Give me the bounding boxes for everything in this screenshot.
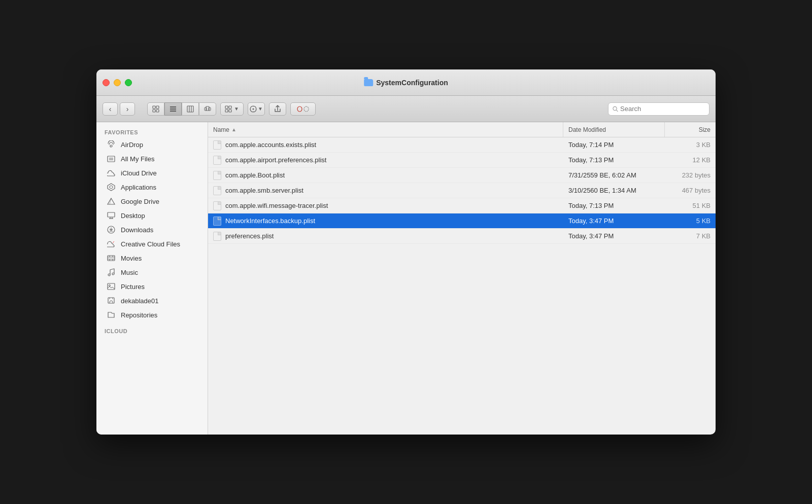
svg-rect-1 (156, 106, 159, 109)
tag-button[interactable] (290, 102, 316, 116)
maximize-button[interactable] (125, 79, 132, 86)
sidebar-item-downloads[interactable]: Downloads (98, 223, 206, 237)
creative-cloud-icon (107, 239, 116, 248)
svg-point-49 (108, 274, 110, 276)
pictures-icon (107, 282, 116, 291)
date-column-header[interactable]: Date Modified (563, 122, 665, 137)
google-drive-label: Google Drive (121, 198, 159, 205)
applications-label: Applications (121, 184, 156, 191)
search-input[interactable] (620, 105, 705, 113)
creative-cloud-label: Creative Cloud Files (121, 240, 180, 248)
sidebar-item-all-my-files[interactable]: All My Files (98, 152, 206, 166)
file-name: com.apple.wifi.message-tracer.plist (225, 202, 328, 209)
table-row[interactable]: com.apple.smb.server.plist3/10/2560 BE, … (208, 183, 716, 198)
svg-marker-32 (110, 186, 113, 189)
traffic-lights (103, 79, 132, 86)
sidebar-item-creative-cloud[interactable]: Creative Cloud Files (98, 237, 206, 251)
coverflow-view-button[interactable] (199, 102, 216, 116)
pictures-label: Pictures (121, 283, 145, 291)
svg-rect-24 (304, 106, 309, 112)
applications-icon (107, 183, 116, 192)
svg-marker-31 (108, 184, 115, 191)
minimize-button[interactable] (114, 79, 121, 86)
svg-line-41 (113, 241, 114, 243)
table-row[interactable]: preferences.plistToday, 3:47 PM7 KB (208, 229, 716, 244)
icloud-drive-label: iCloud Drive (121, 169, 157, 177)
file-date: Today, 7:13 PM (563, 153, 665, 167)
file-date: Today, 7:13 PM (563, 198, 665, 213)
content-area: Favorites AirDrop (96, 122, 716, 435)
desktop-icon (107, 211, 116, 220)
action-button[interactable]: ▼ (248, 102, 265, 116)
file-date: Today, 3:47 PM (563, 229, 665, 243)
sidebar-item-music[interactable]: Music (98, 265, 206, 279)
file-rows-container: com.apple.accounts.exists.plistToday, 7:… (208, 137, 716, 244)
svg-rect-3 (156, 110, 159, 112)
svg-rect-23 (297, 106, 302, 112)
name-column-header[interactable]: Name ▲ (208, 122, 563, 137)
table-row[interactable]: com.apple.wifi.message-tracer.plistToday… (208, 198, 716, 213)
downloads-icon (107, 225, 116, 234)
svg-rect-2 (153, 110, 155, 112)
svg-rect-13 (225, 106, 228, 109)
sidebar-item-user[interactable]: dekablade01 (98, 294, 206, 308)
close-button[interactable] (103, 79, 110, 86)
user-label: dekablade01 (121, 297, 158, 305)
sidebar-item-google-drive[interactable]: Google Drive (98, 194, 206, 208)
sidebar-item-desktop[interactable]: Desktop (98, 208, 206, 223)
table-row[interactable]: com.apple.accounts.exists.plistToday, 7:… (208, 137, 716, 153)
all-my-files-label: All My Files (121, 155, 154, 163)
svg-line-26 (617, 110, 618, 111)
file-name: com.apple.accounts.exists.plist (225, 141, 316, 149)
column-view-button[interactable] (182, 102, 199, 116)
svg-point-27 (110, 145, 112, 147)
sidebar-item-movies[interactable]: Movies (98, 251, 206, 265)
table-row[interactable]: com.apple.airport.preferences.plistToday… (208, 153, 716, 168)
titlebar-center: SystemConfiguration (364, 79, 448, 87)
file-list-header: Name ▲ Date Modified Size (208, 122, 716, 137)
file-date: 7/31/2559 BE, 6:02 AM (563, 168, 665, 183)
arrange-button[interactable]: ▼ (220, 102, 244, 116)
view-buttons (147, 102, 216, 116)
search-box[interactable] (608, 102, 709, 116)
file-size: 5 KB (665, 213, 716, 228)
file-size: 51 KB (665, 198, 716, 213)
movies-label: Movies (121, 255, 142, 262)
svg-point-52 (109, 285, 111, 286)
icloud-section-title: iCloud (96, 326, 208, 336)
sidebar-item-icloud-drive[interactable]: iCloud Drive (98, 166, 206, 180)
back-button[interactable]: ‹ (103, 102, 118, 116)
svg-rect-35 (108, 212, 115, 217)
sidebar-item-repositories[interactable]: Repositories (98, 308, 206, 322)
svg-rect-0 (153, 106, 155, 109)
table-row[interactable]: com.apple.Boot.plist7/31/2559 BE, 6:02 A… (208, 168, 716, 183)
svg-point-18 (252, 108, 254, 110)
file-icon (213, 232, 221, 241)
list-view-button[interactable] (164, 102, 182, 116)
empty-area (208, 244, 716, 435)
sidebar: Favorites AirDrop (96, 122, 208, 435)
share-button[interactable] (269, 102, 286, 116)
sidebar-item-airdrop[interactable]: AirDrop (98, 137, 206, 152)
desktop-label: Desktop (121, 212, 145, 220)
downloads-label: Downloads (121, 226, 153, 234)
folder-icon (364, 79, 373, 86)
svg-rect-28 (108, 156, 115, 162)
music-label: Music (121, 269, 138, 276)
icon-view-button[interactable] (147, 102, 164, 116)
file-icon (213, 156, 221, 165)
svg-rect-15 (225, 110, 228, 112)
airdrop-icon (107, 140, 116, 149)
table-row[interactable]: NetworkInterfaces.backup.plistToday, 3:4… (208, 213, 716, 229)
svg-rect-14 (229, 106, 231, 109)
file-name: com.apple.airport.preferences.plist (225, 156, 326, 164)
file-icon (213, 201, 221, 210)
toolbar: ‹ › (96, 96, 716, 122)
size-column-header[interactable]: Size (665, 122, 716, 137)
sidebar-item-applications[interactable]: Applications (98, 180, 206, 194)
file-date: 3/10/2560 BE, 1:34 AM (563, 183, 665, 198)
music-icon (107, 268, 116, 277)
file-date: Today, 7:14 PM (563, 137, 665, 152)
sidebar-item-pictures[interactable]: Pictures (98, 279, 206, 294)
forward-button[interactable]: › (120, 102, 135, 116)
